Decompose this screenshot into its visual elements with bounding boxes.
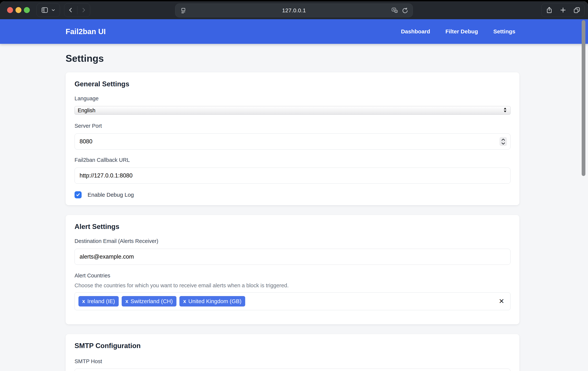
country-tag-label: Switzerland (CH) [131,298,173,305]
screen: 127.0.0.1 A x̄ [0,0,588,371]
page-format-icon[interactable] [180,7,187,15]
destination-email-input[interactable] [74,249,511,265]
browser-window: 127.0.0.1 A x̄ [0,1,588,371]
destination-email-label: Destination Email (Alerts Receiver) [74,238,511,244]
language-select[interactable]: English [74,106,511,115]
remove-tag-icon[interactable]: x [183,298,186,304]
forward-button[interactable] [77,3,90,17]
debug-log-checkbox[interactable] [74,191,82,198]
sidebar-toggle-button[interactable] [37,3,60,17]
reload-icon[interactable] [401,7,409,15]
debug-log-label[interactable]: Enable Debug Log [88,192,134,198]
debug-log-row: Enable Debug Log [74,191,511,198]
smtp-host-input[interactable] [74,369,511,371]
server-port-value: 8080 [80,138,92,145]
window-zoom-button[interactable] [24,7,30,13]
server-port-input[interactable]: 8080 [74,133,511,150]
number-stepper[interactable] [500,137,507,146]
alert-countries-help: Choose the countries for which you want … [74,283,511,289]
svg-text:x̄: x̄ [396,11,397,12]
svg-text:A: A [393,8,395,11]
url-text: 127.0.0.1 [282,7,306,14]
app-brand[interactable]: Fail2ban UI [66,27,106,36]
country-tag-label: Ireland (IE) [87,298,115,305]
alert-settings-heading: Alert Settings [74,223,511,231]
language-select-value: English [78,107,95,114]
window-close-button[interactable] [7,7,13,13]
alert-countries-multiselect[interactable]: x Ireland (IE) x Switzerland (CH) x Unit… [74,292,511,310]
app-navbar: Fail2ban UI Dashboard Filter Debug Setti… [0,19,588,44]
tab-overview-icon[interactable] [573,6,580,14]
country-tag-label: United Kingdom (GB) [188,298,242,305]
general-settings-card: General Settings Language English Server… [66,72,519,205]
divider [501,142,505,142]
remove-tag-icon[interactable]: x [125,298,128,304]
settings-page: Settings General Settings Language Engli… [0,44,519,371]
smtp-configuration-card: SMTP Configuration SMTP Host [66,334,519,371]
new-tab-icon[interactable] [559,6,567,14]
country-tag[interactable]: x Ireland (IE) [78,296,119,306]
address-bar[interactable]: 127.0.0.1 A x̄ [175,3,413,17]
nav-link-settings[interactable]: Settings [493,28,515,35]
clear-all-tags-button[interactable]: ✕ [499,298,504,305]
server-port-label: Server Port [74,123,511,129]
share-icon[interactable] [546,6,553,14]
toolbar-actions-group [541,3,585,17]
back-button[interactable] [64,3,77,17]
country-tag[interactable]: x Switzerland (CH) [122,296,177,306]
window-minimize-button[interactable] [15,7,21,13]
smtp-host-label: SMTP Host [74,358,511,364]
nav-link-dashboard[interactable]: Dashboard [401,28,430,35]
chevron-down-icon [51,8,56,12]
browser-toolbar: 127.0.0.1 A x̄ [0,1,588,19]
nav-links: Dashboard Filter Debug Settings [401,28,515,35]
history-nav-group [64,3,90,17]
nav-link-filter-debug[interactable]: Filter Debug [445,28,478,35]
page-title: Settings [66,53,519,64]
alert-countries-label: Alert Countries [74,273,511,279]
remove-tag-icon[interactable]: x [82,298,85,304]
sidebar-icon [41,6,49,14]
language-label: Language [74,96,511,102]
translate-icon[interactable]: A x̄ [391,7,398,15]
alert-settings-card: Alert Settings Destination Email (Alerts… [66,215,519,324]
country-tag[interactable]: x United Kingdom (GB) [179,296,245,306]
callback-url-label: Fail2ban Callback URL [74,157,511,163]
scrollbar-thumb[interactable] [582,20,585,176]
general-settings-heading: General Settings [74,80,511,88]
callback-url-input[interactable] [74,168,511,184]
smtp-configuration-heading: SMTP Configuration [74,342,511,350]
select-arrows-icon [503,107,508,114]
